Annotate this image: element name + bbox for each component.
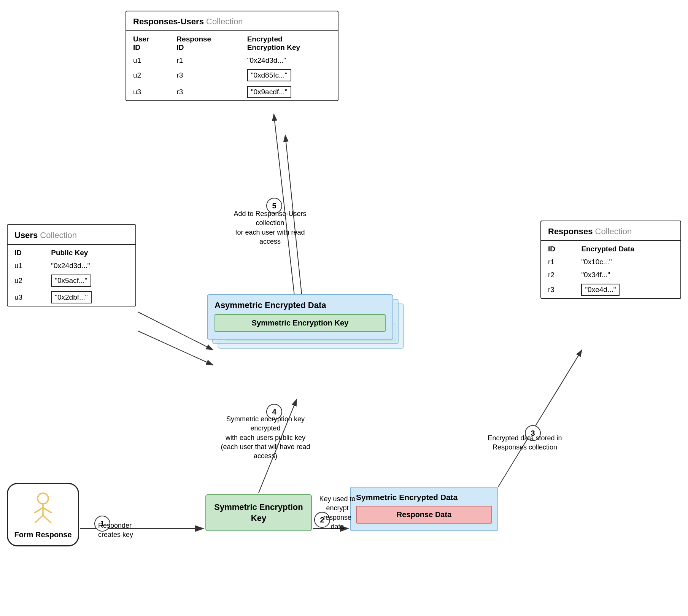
ru-r3-uid: u3: [126, 84, 170, 100]
ru-r1-rid: r1: [170, 54, 240, 67]
responses-r1-id: r1: [541, 256, 574, 268]
svg-line-5: [138, 312, 213, 350]
ru-collection-box: Responses-Users Collection UserID Respon…: [126, 11, 338, 101]
responses-r3-id: r3: [541, 281, 574, 298]
users-th-id: ID: [8, 245, 44, 259]
users-row-1: u1 "0x24d3d...": [8, 259, 135, 272]
ru-th-enckey: EncryptedEncryption Key: [240, 31, 338, 54]
ru-title-gray: Collection: [206, 17, 243, 26]
svg-line-13: [35, 515, 43, 523]
users-title-black: Users: [14, 230, 38, 240]
step-3-label: Encrypted data stored in Responses colle…: [487, 433, 563, 452]
svg-line-3: [498, 350, 582, 487]
users-th-pubkey: Public Key: [44, 245, 135, 259]
users-r1-id: u1: [8, 259, 44, 272]
sym-enc-data-box: Symmetric Encrypted Data Response Data: [350, 487, 498, 531]
form-response-label: Form Response: [12, 530, 74, 539]
responses-r1-data: "0x10c...": [574, 256, 680, 268]
users-r2-key: "0x5acf...": [44, 272, 135, 289]
ru-r3-rid: r3: [170, 84, 240, 100]
diagram-container: Responses-Users Collection UserID Respon…: [0, 0, 688, 616]
users-r1-key: "0x24d3d...": [44, 259, 135, 272]
ru-r2-uid: u2: [126, 67, 170, 84]
users-collection-box: Users Collection ID Public Key u1 "0x24d…: [7, 224, 136, 306]
ru-collection-table: UserID ResponseID EncryptedEncryption Ke…: [126, 31, 338, 100]
stick-figure-icon: [30, 492, 56, 526]
responses-row-1: r1 "0x10c...": [541, 256, 680, 268]
users-r3-key: "0x2dbf...": [44, 289, 135, 306]
svg-line-6: [138, 331, 213, 365]
ru-title-black: Responses-Users: [133, 17, 204, 26]
users-collection-table: ID Public Key u1 "0x24d3d..." u2 "0x5acf…: [8, 245, 135, 306]
step-5-label: Add to Response-Users collectionfor each…: [224, 209, 316, 246]
asym-title-front: Asymmetric Encrypted Data: [215, 300, 386, 310]
users-title-gray: Collection: [40, 230, 77, 240]
asym-box-front: Asymmetric Encrypted Data Symmetric Encr…: [207, 294, 393, 340]
responses-th-encdata: Encrypted Data: [574, 241, 680, 256]
svg-line-14: [43, 515, 51, 523]
ru-th-responseid: ResponseID: [170, 31, 240, 54]
sym-key-box: Symmetric Encryption Key: [205, 494, 312, 531]
response-data-inner: Response Data: [356, 506, 492, 524]
svg-line-11: [34, 508, 43, 513]
responses-row-2: r2 "0x34f...": [541, 268, 680, 281]
users-collection-title: Users Collection: [8, 225, 135, 245]
responses-title-black: Responses: [548, 227, 593, 236]
responses-collection-table: ID Encrypted Data r1 "0x10c..." r2 "0x34…: [541, 241, 680, 298]
responses-collection-box: Responses Collection ID Encrypted Data r…: [540, 221, 681, 299]
ru-r2-key: "0xd85fc...": [240, 67, 338, 84]
responses-title-gray: Collection: [595, 227, 632, 236]
svg-line-12: [43, 508, 52, 513]
step-4-label: Symmetric encryption key encryptedwith e…: [212, 414, 319, 460]
ru-r2-rid: r3: [170, 67, 240, 84]
ru-collection-title: Responses-Users Collection: [126, 11, 338, 31]
ru-r1-uid: u1: [126, 54, 170, 67]
users-row-2: u2 "0x5acf...": [8, 272, 135, 289]
responses-r3-data: "0xe4d...": [574, 281, 680, 298]
responses-r2-data: "0x34f...": [574, 268, 680, 281]
responses-th-id: ID: [541, 241, 574, 256]
sed-title: Symmetric Encrypted Data: [356, 493, 492, 502]
form-response-box: Form Response: [7, 483, 79, 546]
sym-key-title: Symmetric Encryption Key: [211, 502, 306, 524]
asym-inner-front: Symmetric Encryption Key: [215, 314, 386, 332]
ru-row-1: u1 r1 "0x24d3d...": [126, 54, 338, 67]
ru-th-userid: UserID: [126, 31, 170, 54]
step-2-label: Key used toencryptresponse data: [316, 494, 358, 531]
step-1-label: Respondercreates key: [98, 521, 144, 540]
responses-row-3: r3 "0xe4d...": [541, 281, 680, 298]
responses-r2-id: r2: [541, 268, 574, 281]
svg-point-9: [38, 493, 48, 504]
responses-collection-title: Responses Collection: [541, 221, 680, 241]
users-row-3: u3 "0x2dbf...": [8, 289, 135, 306]
users-r3-id: u3: [8, 289, 44, 306]
ru-row-2: u2 r3 "0xd85fc...": [126, 67, 338, 84]
ru-r3-key: "0x9acdf...": [240, 84, 338, 100]
ru-row-3: u3 r3 "0x9acdf...": [126, 84, 338, 100]
ru-r1-key: "0x24d3d...": [240, 54, 338, 67]
users-r2-id: u2: [8, 272, 44, 289]
